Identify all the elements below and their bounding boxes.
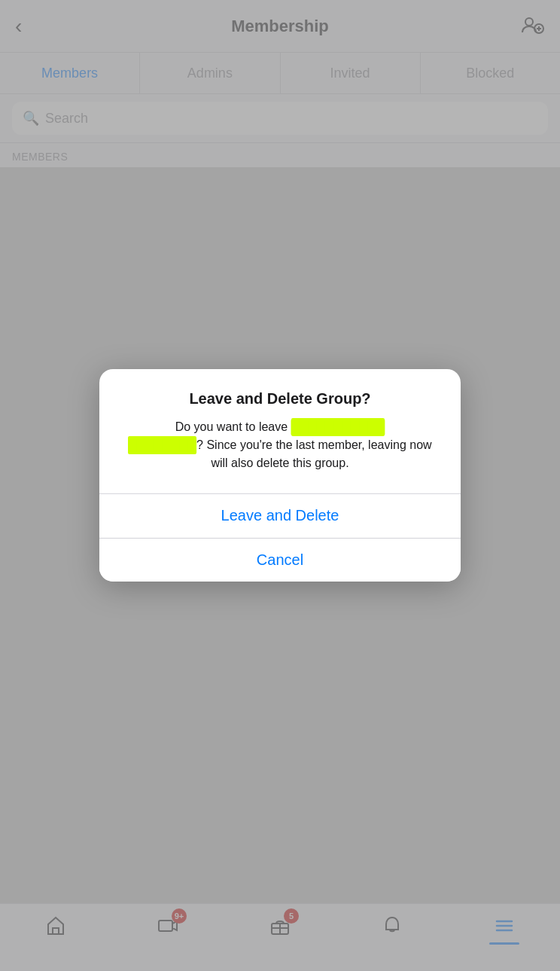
- leave-delete-button[interactable]: Leave and Delete: [99, 493, 461, 537]
- cancel-button[interactable]: Cancel: [99, 537, 461, 581]
- redacted-name-2: ████████: [128, 435, 196, 453]
- dialog-message-pre: Do you want to leave: [175, 420, 291, 432]
- redacted-name-1: ███████████: [291, 417, 385, 435]
- dialog-actions: Leave and Delete Cancel: [99, 493, 461, 581]
- leave-delete-dialog: Leave and Delete Group? Do you want to l…: [99, 368, 461, 581]
- dialog-title: Leave and Delete Group?: [120, 389, 440, 407]
- dialog-body: Leave and Delete Group? Do you want to l…: [99, 368, 461, 472]
- dialog-message-post: ? Since you're the last member, leaving …: [196, 438, 432, 469]
- dialog-message: Do you want to leave ███████████ ███████…: [120, 417, 440, 472]
